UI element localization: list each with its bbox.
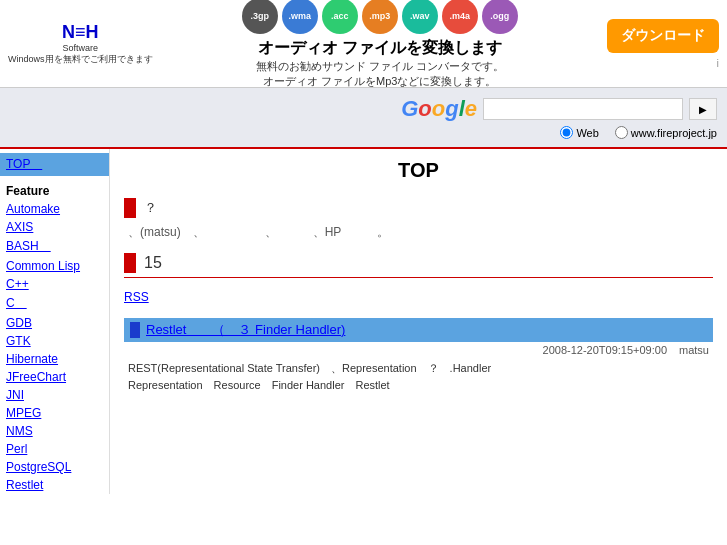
ad-center: .3gp .wma .acc .mp3 .wav .m4a .ogg オーディオ… <box>163 0 597 89</box>
question-text: ？ <box>144 199 157 217</box>
sidebar-item-automake[interactable]: Automake <box>0 200 109 218</box>
article-body-line1: REST(Representational State Transfer) 、R… <box>128 360 709 377</box>
sidebar-item-restlet[interactable]: Restlet <box>0 476 109 494</box>
sidebar-feature-label: Feature <box>0 182 109 200</box>
article-body-line2: Representation Resource Finder Handler R… <box>128 377 709 394</box>
rss-link[interactable]: RSS <box>124 290 149 304</box>
sidebar-item-gdb[interactable]: GDB <box>0 314 109 332</box>
search-bar: Google ▶ Web www.fireproject.jp <box>0 88 727 149</box>
sidebar-item-axis[interactable]: AXIS <box>0 218 109 236</box>
section-desc: 、(matsu) 、 、 、HP 。 <box>124 224 713 241</box>
article-author: matsu <box>679 344 709 356</box>
radio-site-label: www.fireproject.jp <box>631 127 717 139</box>
sidebar-item-nms[interactable]: NMS <box>0 422 109 440</box>
sidebar-item-postgresql[interactable]: PostgreSQL <box>0 458 109 476</box>
ad-headline: オーディオ ファイルを変換します <box>258 38 502 59</box>
radio-web[interactable]: Web <box>560 126 598 139</box>
sidebar-item-gtk[interactable]: GTK <box>0 332 109 350</box>
tag-mp3: .mp3 <box>362 0 398 34</box>
sidebar-item-c[interactable]: C <box>0 293 109 314</box>
ad-tags: .3gp .wma .acc .mp3 .wav .m4a .ogg <box>242 0 518 34</box>
sidebar-item-mpeg[interactable]: MPEG <box>0 404 109 422</box>
ad-banner: N≡H Software Windows用を無料でご利用できます .3gp .w… <box>0 0 727 88</box>
sidebar-item-top[interactable]: TOP <box>0 153 109 176</box>
tag-m4a: .m4a <box>442 0 478 34</box>
article-title-link[interactable]: Restlet （ ３ Finder Handler) <box>146 321 345 339</box>
sidebar-item-hibernate[interactable]: Hibernate <box>0 350 109 368</box>
ad-sub1: 無料のお勧めサウンド ファイル コンバータです。 <box>256 59 504 74</box>
info-icon: i <box>717 57 719 69</box>
ad-logo: N≡H Software Windows用を無料でご利用できます <box>8 22 153 66</box>
article-entry: Restlet （ ３ Finder Handler) 2008-12-20T0… <box>124 318 713 395</box>
radio-site-input[interactable] <box>615 126 628 139</box>
content-area: TOP ？ 、(matsu) 、 、 、HP 。 15 RSS Restlet … <box>110 149 727 494</box>
radio-row: Web www.fireproject.jp <box>560 126 717 139</box>
main-layout: TOP Feature Automake AXIS BASH Common Li… <box>0 149 727 494</box>
radio-site[interactable]: www.fireproject.jp <box>615 126 717 139</box>
sidebar-item-jni[interactable]: JNI <box>0 386 109 404</box>
windows-label: Windows用を無料でご利用できます <box>8 53 153 66</box>
red-bar-icon <box>124 198 136 218</box>
nch-logo: N≡H <box>62 22 99 43</box>
sidebar-item-commonlisp[interactable]: Common Lisp <box>0 257 109 275</box>
count-bar-icon <box>124 253 136 273</box>
sidebar: TOP Feature Automake AXIS BASH Common Li… <box>0 149 110 494</box>
tag-ogg: .ogg <box>482 0 518 34</box>
radio-web-label: Web <box>576 127 598 139</box>
article-date: 2008-12-20T09:15+09:00 <box>543 344 667 356</box>
article-blue-box <box>130 322 140 338</box>
nch-software-label: Software <box>62 43 98 53</box>
radio-web-input[interactable] <box>560 126 573 139</box>
search-row: Google ▶ <box>401 96 717 122</box>
sidebar-item-bash[interactable]: BASH <box>0 236 109 257</box>
tag-wma: .wma <box>282 0 318 34</box>
count-number: 15 <box>144 254 162 272</box>
tag-acc: .acc <box>322 0 358 34</box>
search-button[interactable]: ▶ <box>689 98 717 120</box>
download-button[interactable]: ダウンロード <box>607 19 719 53</box>
question-row: ？ <box>124 198 713 218</box>
section-question: ？ 、(matsu) 、 、 、HP 。 <box>124 198 713 241</box>
count-section: 15 <box>124 253 713 278</box>
ad-sub2: オーディオ ファイルをMp3などに変換します。 <box>263 74 496 89</box>
sidebar-item-cpp[interactable]: C++ <box>0 275 109 293</box>
google-logo: Google <box>401 96 477 122</box>
count-row: 15 <box>124 253 713 273</box>
article-meta-row: 2008-12-20T09:15+09:00 matsu <box>124 342 713 358</box>
article-body: REST(Representational State Transfer) 、R… <box>124 358 713 395</box>
page-title: TOP <box>124 159 713 182</box>
ad-right: ダウンロード i <box>607 19 719 69</box>
sidebar-item-perl[interactable]: Perl <box>0 440 109 458</box>
red-divider <box>124 277 713 278</box>
tag-3gp: .3gp <box>242 0 278 34</box>
search-input[interactable] <box>483 98 683 120</box>
article-title-row: Restlet （ ３ Finder Handler) <box>124 318 713 342</box>
tag-wav: .wav <box>402 0 438 34</box>
sidebar-item-jfreechart[interactable]: JFreeChart <box>0 368 109 386</box>
